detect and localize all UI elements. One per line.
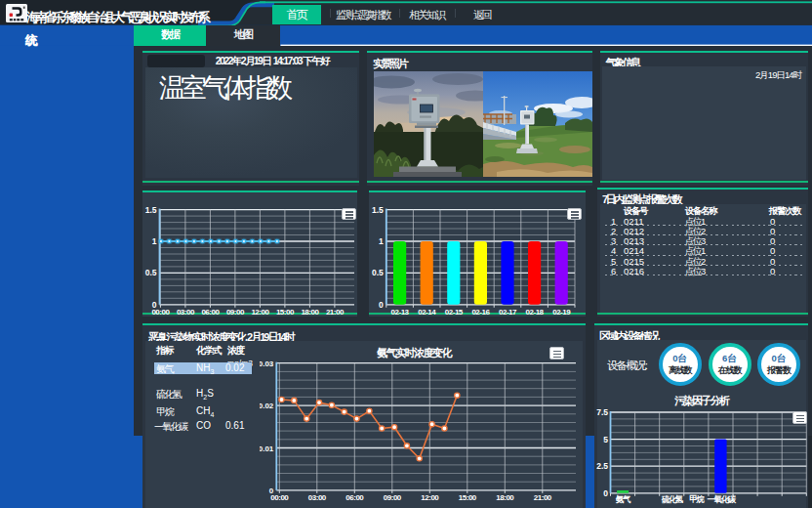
svg-text:03:00: 03:00 [308,493,327,502]
svg-text:15:00: 15:00 [276,308,295,317]
svg-text:02-16: 02-16 [471,308,490,317]
svg-text:09:00: 09:00 [226,308,245,317]
svg-text:02-17: 02-17 [499,308,517,317]
svg-text:06:00: 06:00 [201,308,220,317]
svg-text:1.5: 1.5 [145,205,157,215]
svg-text:7.5: 7.5 [596,407,608,417]
svg-text:12:00: 12:00 [421,493,439,502]
svg-text:00:00: 00:00 [151,308,170,317]
svg-text:0: 0 [379,300,384,310]
svg-text:0.5: 0.5 [145,268,157,277]
svg-text:21:00: 21:00 [534,493,552,502]
svg-text:02-13: 02-13 [391,308,410,317]
svg-text:1: 1 [152,236,157,246]
svg-text:03:00: 03:00 [177,308,195,317]
svg-text:1.5: 1.5 [372,205,384,215]
svg-text:02-14: 02-14 [418,308,436,317]
svg-text:15:00: 15:00 [459,493,477,502]
svg-text:21:00: 21:00 [326,308,345,317]
svg-text:0: 0 [269,487,274,495]
svg-text:02-15: 02-15 [445,308,464,317]
svg-text:18:00: 18:00 [301,308,319,317]
svg-text:12:00: 12:00 [251,308,269,317]
svg-text:06:00: 06:00 [345,493,364,502]
svg-text:0.02: 0.02 [260,402,274,410]
svg-text:0.01: 0.01 [260,444,274,453]
svg-text:1: 1 [379,236,384,246]
svg-text:02-19: 02-19 [552,308,571,317]
svg-text:一氧化碳: 一氧化碳 [707,494,736,504]
svg-text:氨气: 氨气 [615,494,631,504]
svg-text:0.03: 0.03 [260,360,274,368]
svg-text:甲烷: 甲烷 [689,494,705,504]
svg-text:09:00: 09:00 [384,493,402,502]
svg-text:18:00: 18:00 [496,493,514,502]
svg-text:5: 5 [603,435,608,444]
svg-text:0.5: 0.5 [372,268,384,277]
svg-text:2.5: 2.5 [596,461,608,471]
svg-text:0: 0 [603,488,608,498]
svg-text:02-18: 02-18 [526,308,545,317]
svg-text:硫化氢: 硫化氢 [661,494,684,504]
